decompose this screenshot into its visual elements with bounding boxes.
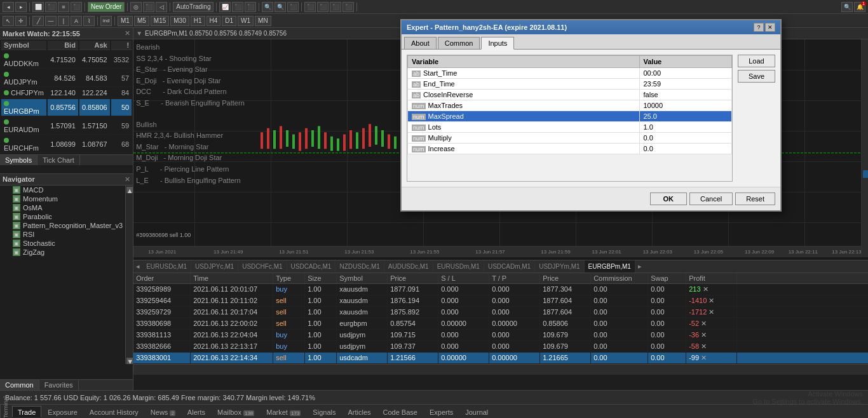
tf-M1[interactable]: M1	[118, 16, 133, 26]
toolbar-crosshair-btn[interactable]: ✛	[15, 16, 27, 26]
tf-M15[interactable]: M15	[151, 16, 169, 26]
nav-item[interactable]: ▣Pattern_Recognition_Master_v3	[0, 221, 125, 230]
nav-item[interactable]: ▣MACD	[0, 185, 125, 194]
close-order-btn[interactable]: ✕	[701, 331, 707, 339]
dialog-row[interactable]: numMaxTrades 10000	[408, 100, 732, 111]
market-watch-close-btn[interactable]: ✕	[125, 29, 130, 37]
order-col-symbol[interactable]: Symbol	[337, 273, 388, 283]
toolbar-btn-10[interactable]: ⬛	[317, 2, 329, 12]
nav-tab-favorites[interactable]: Favorites	[39, 380, 79, 390]
toolbar-cursor-btn[interactable]: ↖	[3, 16, 14, 26]
notification-btn[interactable]: 🔔1	[854, 2, 865, 12]
nav-tab-common[interactable]: Common	[0, 380, 39, 390]
tf-D1[interactable]: D1	[222, 16, 236, 26]
tab-mailbox[interactable]: Mailbox 138	[212, 406, 260, 417]
dialog-row[interactable]: abCloseInReverse false	[408, 90, 732, 100]
pair-tab-nav-left[interactable]: ◂	[133, 261, 142, 272]
autotrading-btn[interactable]: AutoTrading	[173, 2, 214, 12]
order-col-profit[interactable]: Profit	[686, 273, 737, 283]
order-col-time[interactable]: Time	[191, 273, 273, 283]
order-col-commission[interactable]: Commission	[591, 273, 648, 283]
nav-item[interactable]: ▣ZigZag	[0, 248, 125, 257]
toolbar-btn-12[interactable]: ⬛	[342, 2, 354, 12]
order-row[interactable]: 3392589892021.06.11 20:01:07buy1.00xauus…	[133, 284, 868, 295]
tf-H4[interactable]: H4	[207, 16, 221, 26]
dialog-reset-btn[interactable]: Reset	[735, 192, 775, 205]
toolbar-zoom-in[interactable]: 🔍	[262, 2, 273, 12]
tab-articles[interactable]: Articles	[342, 406, 376, 417]
toolbar-back-btn[interactable]: ◂	[3, 2, 14, 12]
toolbar-btn-8[interactable]: ⬛	[287, 2, 299, 12]
tab-codebase[interactable]: Code Base	[377, 406, 423, 417]
close-order-btn[interactable]: ✕	[709, 297, 714, 304]
mw-row[interactable]: EURAUDm 1.57091 1.57150 59	[1, 118, 132, 135]
new-order-btn[interactable]: New Order	[88, 2, 125, 12]
order-row[interactable]: 3393811132021.06.13 22:04:04buy1.00usdjp…	[133, 330, 868, 341]
order-row[interactable]: 3393806982021.06.13 22:00:02sell1.00eurg…	[133, 318, 868, 330]
dialog-row[interactable]: numMultiply 0.0	[408, 133, 732, 144]
order-col-price[interactable]: Price	[388, 273, 438, 283]
order-row[interactable]: 3393826662021.06.13 22:13:17buy1.00usdjp…	[133, 341, 868, 353]
tab-news[interactable]: News 2	[145, 406, 181, 417]
toolbar-chart-btn-2[interactable]: ⬛	[232, 2, 243, 12]
pair-tab-nav-right[interactable]: ▸	[635, 261, 644, 272]
tab-signals[interactable]: Signals	[307, 406, 341, 417]
pair-tab-usdcadm[interactable]: USDCADm,M1	[484, 260, 535, 273]
dialog-tab-inputs[interactable]: Inputs	[481, 37, 514, 50]
order-col-s/l[interactable]: S / L	[438, 273, 489, 283]
toolbar-hline-btn[interactable]: —	[45, 16, 57, 26]
toolbar-btn-9[interactable]: ⬛	[304, 2, 316, 12]
toolbar-btn-2[interactable]: ⬛	[45, 2, 57, 12]
mw-row[interactable]: EURGBPm 0.85756 0.85806 50	[1, 99, 132, 116]
pair-tab-nzdusd[interactable]: NZDUSDc,M1	[336, 260, 384, 273]
pair-tab-usdjpy[interactable]: USDJPYc,M1	[191, 260, 238, 273]
toolbar-indicator-btn[interactable]: ind	[100, 16, 112, 26]
order-row[interactable]: 3393830012021.06.13 22:14:34sell1.00usdc…	[133, 353, 868, 364]
nav-item[interactable]: ▣Parabolic	[0, 212, 125, 221]
toolbar-chart-btn-3[interactable]: ⬛	[245, 2, 256, 12]
dialog-row[interactable]: abStart_Time 00:00	[408, 68, 732, 79]
dialog-tab-about[interactable]: About	[404, 37, 437, 49]
close-order-btn[interactable]: ✕	[709, 308, 714, 316]
dialog-ok-btn[interactable]: OK	[650, 192, 688, 205]
pair-tab-usdcad[interactable]: USDCADc,M1	[287, 260, 336, 273]
order-row[interactable]: 3392597292021.06.11 20:17:04sell1.00xauu…	[133, 307, 868, 318]
dialog-close-btn[interactable]: ✕	[765, 23, 775, 32]
toolbar-btn-4[interactable]: ⬛	[71, 2, 82, 12]
search-icon[interactable]: 🔍	[841, 2, 853, 12]
tf-H1[interactable]: H1	[191, 16, 205, 26]
close-order-btn[interactable]: ✕	[703, 285, 709, 293]
dialog-row[interactable]: numMaxSpread 25.0	[408, 111, 732, 122]
close-order-btn[interactable]: ✕	[701, 354, 707, 361]
pair-tab-audusd[interactable]: AUDUSDc,M1	[384, 260, 433, 273]
pair-tab-usdchf[interactable]: USDCHFc,M1	[238, 260, 287, 273]
dialog-row[interactable]: numIncrease 0.0	[408, 144, 732, 154]
toolbar-zoom-out[interactable]: 🔍	[275, 2, 286, 12]
dialog-cancel-btn[interactable]: Cancel	[689, 192, 733, 205]
toolbar-new-chart-btn[interactable]: ⬜	[32, 2, 44, 12]
dialog-help-btn[interactable]: ?	[754, 23, 764, 32]
tab-exposure[interactable]: Exposure	[42, 406, 83, 417]
tab-experts[interactable]: Experts	[424, 406, 459, 417]
mw-row[interactable]: CHFJPYm 122.140 122.224 84	[1, 88, 132, 98]
toolbar-chart-btn-1[interactable]: 📈	[219, 2, 231, 12]
order-col-type[interactable]: Type	[273, 273, 305, 283]
order-col-t/p[interactable]: T / P	[489, 273, 540, 283]
tf-W1[interactable]: W1	[238, 16, 254, 26]
order-row[interactable]: 3392594642021.06.11 20:11:02sell1.00xauu…	[133, 295, 868, 307]
dialog-tab-common[interactable]: Common	[438, 37, 480, 49]
toolbar-fib-btn[interactable]: ⌇	[83, 16, 95, 26]
tf-MN[interactable]: MN	[255, 16, 271, 26]
expert-dialog[interactable]: Expert - Pattern_hany2sh-EA (expire 2021…	[400, 19, 782, 212]
toolbar-btn-7[interactable]: ◁	[156, 2, 167, 12]
order-col-swap[interactable]: Swap	[648, 273, 686, 283]
pair-tab-usdjpym[interactable]: USDJPYm,M1	[535, 260, 584, 273]
nav-item[interactable]: ▣Momentum	[0, 194, 125, 203]
mw-row[interactable]: EURCHFm 1.08699 1.08767 68	[1, 136, 132, 153]
pair-tab-eurusd[interactable]: EURUSDc,M1	[142, 260, 191, 273]
tf-M5[interactable]: M5	[134, 16, 149, 26]
toolbar-text-btn[interactable]: A	[71, 16, 82, 26]
tab-account-history[interactable]: Account History	[84, 406, 144, 417]
mw-row[interactable]: AUDDKKm 4.71520 4.75052 3532	[1, 51, 132, 69]
tf-M30[interactable]: M30	[170, 16, 189, 26]
